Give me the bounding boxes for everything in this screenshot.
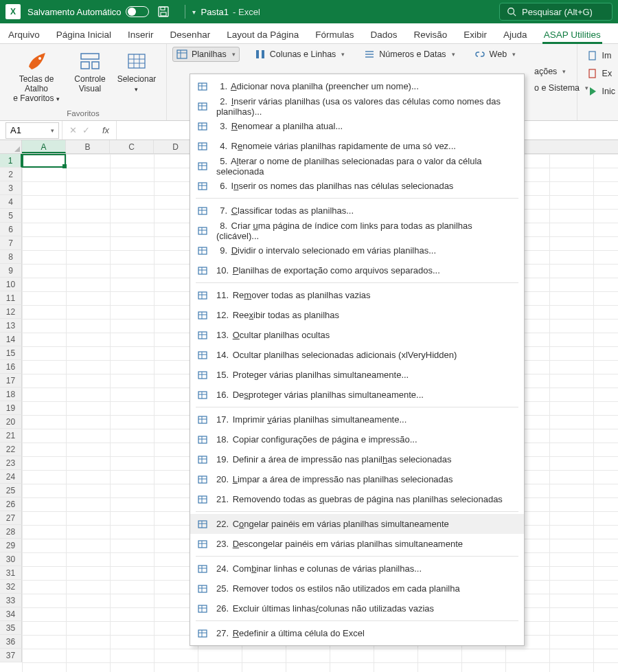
tab-ajuda[interactable]: Ajuda (502, 25, 529, 43)
sheets-icon (196, 100, 209, 113)
column-header[interactable]: C (110, 140, 154, 153)
row-header[interactable]: 23 (0, 456, 22, 470)
row-header[interactable]: 37 (0, 649, 22, 662)
enter-icon[interactable]: ✓ (82, 125, 90, 135)
menu-item[interactable]: 13. Ocultar planilhas ocultas (190, 325, 524, 345)
row-header[interactable]: 25 (0, 484, 22, 497)
menu-item[interactable]: 11. Remover todas as planilhas vazias (190, 285, 524, 305)
web-button[interactable]: Web▾ (470, 47, 520, 62)
tab-dados[interactable]: Dados (369, 25, 399, 43)
column-header[interactable]: A (22, 140, 66, 153)
tab-p-gina-inicial[interactable]: Página Inicial (55, 25, 113, 43)
row-header[interactable]: 27 (0, 511, 22, 525)
menu-item[interactable]: 22. Congelar painéis em várias planilhas… (190, 514, 524, 534)
menu-item[interactable]: 5. Alterar o nome de planilhas seleciona… (190, 156, 524, 176)
row-header[interactable]: 32 (0, 580, 22, 594)
search-box[interactable]: Pesquisar (Alt+G) (499, 3, 613, 21)
planilhas-button[interactable]: Planilhas▾ (172, 47, 240, 62)
import-button[interactable]: Im (584, 48, 618, 63)
menu-item[interactable]: 17. Imprimir várias planilhas simultanea… (190, 410, 524, 429)
fx-icon[interactable]: fx (102, 125, 109, 135)
menu-item[interactable]: 3. Renomear a planilha atual... (190, 116, 524, 136)
menu-item[interactable]: 9. Dividir o intervalo selecionado em vá… (190, 240, 524, 260)
row-header[interactable]: 34 (0, 607, 22, 621)
row-header[interactable]: 30 (0, 552, 22, 566)
partial-acoes-button[interactable]: ações▾ (530, 65, 593, 78)
row-header[interactable]: 16 (0, 360, 22, 374)
row-header[interactable]: 33 (0, 594, 22, 607)
row-header[interactable]: 20 (0, 415, 22, 429)
row-header[interactable]: 29 (0, 539, 22, 552)
menu-item[interactable]: 18. Copiar configurações de página e imp… (190, 429, 524, 449)
row-header[interactable]: 24 (0, 470, 22, 484)
tab-asap-utilities[interactable]: ASAP Utilities (542, 25, 602, 43)
row-header[interactable]: 36 (0, 635, 22, 649)
favoritos-shortcuts-button[interactable]: Teclas de Atalhoe Favoritos ▾ (7, 48, 66, 106)
row-header[interactable]: 11 (0, 291, 22, 305)
menu-item[interactable]: 12. Reexibir todas as planilhas (190, 305, 524, 325)
row-header[interactable]: 6 (0, 223, 22, 236)
row-header[interactable]: 12 (0, 305, 22, 319)
row-header[interactable]: 7 (0, 236, 22, 250)
menu-item[interactable]: 7. Classificar todas as planilhas... (190, 201, 524, 221)
menu-item[interactable]: 8. Criar uma página de índice com links … (190, 221, 524, 240)
menu-item[interactable]: 19. Definir a área de impressão nas plan… (190, 449, 524, 469)
row-header[interactable]: 14 (0, 333, 22, 346)
tab-layout-da-p-gina[interactable]: Layout da Página (225, 25, 300, 43)
menu-item[interactable]: 6. Inserir os nomes das planilhas nas cé… (190, 176, 524, 196)
cancel-icon[interactable]: ✕ (69, 125, 77, 135)
select-all-corner[interactable] (0, 140, 22, 153)
menu-item[interactable]: 16. Desproteger várias planilhas simulta… (190, 385, 524, 405)
tab-revis-o[interactable]: Revisão (413, 25, 449, 43)
tab-exibir[interactable]: Exibir (462, 25, 488, 43)
name-box[interactable]: A1 ▾ (5, 122, 59, 139)
row-header[interactable]: 8 (0, 250, 22, 264)
menu-item[interactable]: 25. Remover todos os estilos não utiliza… (190, 579, 524, 598)
menu-item[interactable]: 26. Excluir últimas linhas/colunas não u… (190, 598, 524, 618)
menu-item[interactable]: 1. Adicionar nova planilha (preencher um… (190, 76, 524, 96)
save-icon[interactable] (157, 5, 170, 18)
row-header[interactable]: 26 (0, 497, 22, 511)
select-button[interactable]: Selecionar▾ (114, 48, 159, 106)
menu-item[interactable]: 2. Inserir várias planilhas (usa os valo… (190, 96, 524, 116)
numeros-datas-button[interactable]: Números e Datas▾ (360, 47, 459, 62)
row-header[interactable]: 9 (0, 264, 22, 278)
reset-icon (196, 627, 209, 640)
menu-item[interactable]: 21. Removendo todas as quebras de página… (190, 489, 524, 509)
row-header[interactable]: 18 (0, 388, 22, 401)
tab-arquivo[interactable]: Arquivo (7, 25, 41, 43)
menu-item[interactable]: 23. Descongelar painéis em várias planil… (190, 534, 524, 554)
partial-sistema-button[interactable]: o e Sistema▾ (530, 81, 593, 95)
row-header[interactable]: 19 (0, 401, 22, 415)
menu-item[interactable]: 27. Redefinir a última célula do Excel (190, 623, 524, 643)
column-header[interactable]: B (66, 140, 110, 153)
row-header[interactable]: 17 (0, 374, 22, 388)
visual-control-button[interactable]: ControleVisual (67, 48, 113, 106)
menu-item[interactable]: 10. Planilhas de exportação como arquivo… (190, 260, 524, 280)
row-header[interactable]: 35 (0, 621, 22, 635)
menu-item[interactable]: 4. Renomeie várias planilhas rapidamente… (190, 136, 524, 156)
row-header[interactable]: 21 (0, 429, 22, 443)
row-header[interactable]: 22 (0, 443, 22, 456)
row-header[interactable]: 1 (0, 154, 22, 168)
unhide-icon (196, 309, 209, 322)
tab-inserir[interactable]: Inserir (126, 25, 155, 43)
tab-desenhar[interactable]: Desenhar (169, 25, 212, 43)
row-header[interactable]: 28 (0, 525, 22, 539)
row-header[interactable]: 4 (0, 195, 22, 209)
menu-item[interactable]: 14. Ocultar planilhas selecionadas adici… (190, 345, 524, 365)
row-header[interactable]: 10 (0, 278, 22, 291)
tab-f-rmulas[interactable]: Fórmulas (314, 25, 355, 43)
row-header[interactable]: 15 (0, 346, 22, 360)
menu-item[interactable]: 20. Limpar a área de impressão nas plani… (190, 469, 524, 489)
row-header[interactable]: 31 (0, 566, 22, 580)
autosave-toggle[interactable] (126, 6, 149, 17)
colunas-linhas-button[interactable]: Colunas e Linhas▾ (251, 47, 350, 62)
row-header[interactable]: 5 (0, 209, 22, 223)
row-header[interactable]: 13 (0, 319, 22, 333)
doc-chevron-icon[interactable]: ▾ (192, 8, 196, 16)
row-header[interactable]: 3 (0, 181, 22, 195)
menu-item[interactable]: 15. Proteger várias planilhas simultanea… (190, 365, 524, 385)
menu-item[interactable]: 24. Combinar linhas e colunas de várias … (190, 559, 524, 579)
row-header[interactable]: 2 (0, 168, 22, 181)
